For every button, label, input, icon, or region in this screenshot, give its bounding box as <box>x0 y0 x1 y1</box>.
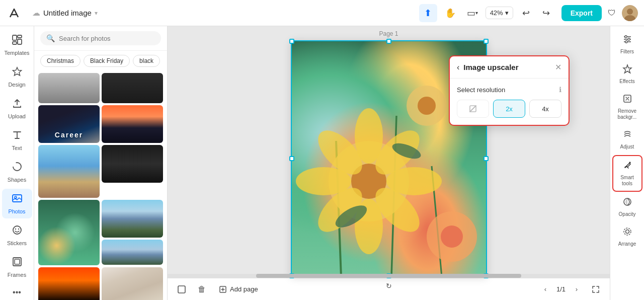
rp-remove-bg[interactable]: Remove backgr... <box>612 90 642 124</box>
sidebar-item-more[interactable]: ••• <box>2 284 32 300</box>
sidebar-item-design[interactable]: Design <box>2 62 32 92</box>
user-avatar[interactable] <box>622 5 638 21</box>
effects-icon <box>622 64 632 77</box>
photo-thumb-mountain[interactable] <box>102 200 163 238</box>
frames-icon <box>12 256 23 270</box>
image-upscaler-panel: ‹ Image upscaler ✕ Select resolution ℹ <box>449 55 570 126</box>
select-tool-btn[interactable]: ⬆ <box>419 4 437 22</box>
svg-point-53 <box>625 230 629 234</box>
upscaler-body: Select resolution ℹ 2x 4x <box>450 79 569 125</box>
svg-point-47 <box>624 36 626 38</box>
sidebar-item-upload[interactable]: Upload <box>2 94 32 123</box>
canvas-settings-btn[interactable] <box>174 281 190 297</box>
sidebar-item-frames[interactable]: Frames <box>2 252 32 282</box>
search-icon: 🔍 <box>46 34 55 42</box>
sidebar-item-text[interactable]: Text <box>2 125 32 155</box>
undo-btn[interactable]: ↩ <box>517 4 535 22</box>
upscaler-back-btn[interactable]: ‹ <box>457 63 459 72</box>
photo-thumb-fabric[interactable] <box>102 267 163 300</box>
zoom-control[interactable]: 42% ▾ <box>486 7 513 19</box>
undo-redo-group: ↩ ↪ <box>517 4 555 22</box>
tag-black[interactable]: black <box>133 55 160 67</box>
svg-point-51 <box>624 167 626 168</box>
templates-label: Templates <box>4 50 29 56</box>
svg-rect-6 <box>18 39 22 44</box>
redo-btn[interactable]: ↪ <box>537 4 555 22</box>
smart-tools-label: Smart tools <box>615 175 639 187</box>
sidebar-item-stickers[interactable]: Stickers <box>2 220 32 250</box>
svg-rect-4 <box>13 35 17 40</box>
tag-christmas[interactable]: Christmas <box>40 55 80 67</box>
add-page-label: Add page <box>230 285 258 293</box>
photo-thumb-dark[interactable] <box>102 145 163 183</box>
rp-filters[interactable]: Filters <box>612 30 642 59</box>
photo-thumb[interactable] <box>38 73 100 103</box>
zoom-value: 42% <box>490 9 503 17</box>
rp-smart-tools[interactable]: Smart tools <box>612 155 642 192</box>
frame-tool-btn[interactable]: ▭ ▾ <box>463 4 481 22</box>
search-input[interactable] <box>59 35 155 42</box>
res-original-btn[interactable] <box>457 100 489 118</box>
rp-arrange[interactable]: Arrange <box>612 222 642 251</box>
search-input-wrap[interactable]: 🔍 <box>40 31 161 45</box>
opacity-icon <box>622 197 632 209</box>
delete-page-btn[interactable]: 🗑 <box>194 281 210 297</box>
tag-blackfriday[interactable]: Black Friday <box>84 55 130 67</box>
svg-line-42 <box>470 106 476 112</box>
rp-opacity[interactable]: Opacity <box>612 193 642 221</box>
upscaler-title: Image upscaler <box>463 63 551 71</box>
app-logo[interactable] <box>6 5 22 21</box>
design-label: Design <box>8 82 25 88</box>
info-icon[interactable]: ℹ <box>559 86 561 94</box>
left-nav: Templates Design Upload <box>0 26 34 300</box>
document-title-area: ☁ Untitled image ▾ <box>32 8 98 18</box>
photo-thumb-banana[interactable] <box>102 240 163 265</box>
smart-tools-icon <box>622 160 632 173</box>
document-title[interactable]: Untitled image <box>43 9 92 17</box>
res-2x-btn[interactable]: 2x <box>493 100 525 118</box>
svg-point-11 <box>13 226 21 234</box>
svg-point-54 <box>624 228 631 235</box>
svg-point-13 <box>18 229 19 230</box>
page-indicator: 1/1 <box>556 285 566 293</box>
rp-effects[interactable]: Effects <box>612 60 642 89</box>
more-icon: ••• <box>13 288 21 297</box>
photo-thumb-city[interactable] <box>102 105 163 143</box>
photos-grid <box>34 71 167 300</box>
svg-point-8 <box>13 163 21 171</box>
stickers-label: Stickers <box>7 240 27 246</box>
svg-rect-5 <box>18 35 22 38</box>
rp-adjust[interactable]: Adjust <box>612 125 642 154</box>
sidebar-item-templates[interactable]: Templates <box>2 30 32 60</box>
svg-rect-40 <box>178 286 185 293</box>
prev-page-btn[interactable]: ‹ <box>538 282 552 296</box>
photo-thumb-city2[interactable] <box>38 267 100 300</box>
upload-icon <box>12 98 23 111</box>
upscaler-close-btn[interactable]: ✕ <box>555 62 561 72</box>
horizontal-scrollbar[interactable] <box>168 274 610 278</box>
res-4x-btn[interactable]: 4x <box>529 100 561 118</box>
sidebar-item-photos[interactable]: Photos <box>2 189 32 218</box>
upload-label: Upload <box>8 113 26 119</box>
photo-thumb-statue[interactable] <box>38 145 100 198</box>
export-button[interactable]: Export <box>561 5 602 21</box>
cloud-icon: ☁ <box>32 8 40 18</box>
sidebar-item-shapes[interactable]: Shapes <box>2 157 32 187</box>
photos-label: Photos <box>8 208 25 214</box>
photo-thumb-career[interactable] <box>38 105 100 143</box>
resolution-options: 2x 4x <box>457 100 561 118</box>
frames-label: Frames <box>8 272 26 278</box>
adjust-label: Adjust <box>620 144 634 150</box>
pan-tool-btn[interactable]: ✋ <box>441 4 459 22</box>
photo-thumb-flower[interactable] <box>38 200 100 265</box>
add-page-btn[interactable]: Add page <box>214 282 263 296</box>
title-dropdown-arrow[interactable]: ▾ <box>95 10 98 17</box>
svg-rect-15 <box>15 259 20 264</box>
upscaler-header: ‹ Image upscaler ✕ <box>450 56 569 79</box>
filters-icon <box>622 34 632 47</box>
photo-thumb[interactable] <box>102 73 163 103</box>
page-label: Page 1 <box>168 26 610 39</box>
zoom-dropdown-arrow: ▾ <box>505 9 509 17</box>
expand-btn[interactable] <box>588 281 604 297</box>
next-page-btn[interactable]: › <box>570 282 584 296</box>
